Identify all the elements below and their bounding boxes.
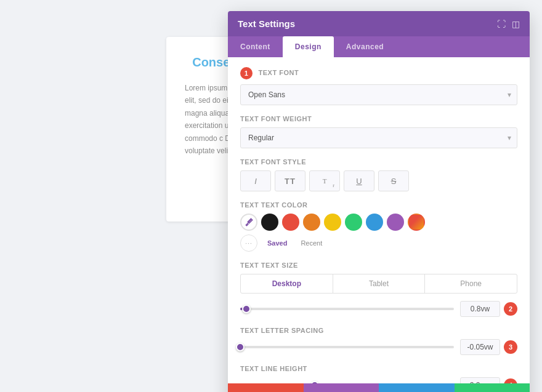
gradient-swatch[interactable]	[408, 214, 425, 231]
underline-btn[interactable]: U	[344, 170, 374, 191]
color-more-btn[interactable]: ···	[240, 234, 257, 252]
line-height-group: Text Line Height 4	[240, 365, 517, 383]
badge-1: 1	[240, 67, 253, 79]
text-font-weight-select[interactable]: Regular	[240, 127, 517, 148]
tt-btn[interactable]: TT	[275, 170, 305, 191]
badge-2: 2	[504, 302, 517, 316]
style-buttons-row: I TT Tr U S	[240, 170, 517, 191]
blue-swatch[interactable]	[366, 214, 383, 231]
size-tab-tablet[interactable]: Tablet	[333, 274, 426, 293]
orange-swatch[interactable]	[303, 214, 320, 231]
tab-content[interactable]: Content	[228, 36, 283, 57]
line-height-slider-row: 4	[240, 377, 517, 383]
expand-icon[interactable]: ⛶	[497, 19, 506, 29]
text-size-value-container: 2	[460, 301, 517, 317]
text-font-select-wrapper: Open Sans ▾	[240, 84, 517, 105]
text-font-group: 1 Text Font Open Sans ▾	[240, 67, 517, 105]
badge-4: 4	[504, 378, 517, 383]
color-swatch-row	[240, 214, 517, 231]
text-settings-modal: Text Settings ⛶ ◫ Content Design Advance…	[228, 11, 530, 392]
modal-header-icons: ⛶ ◫	[497, 19, 520, 29]
letter-spacing-value-input[interactable]	[460, 339, 500, 355]
size-tab-phone[interactable]: Phone	[425, 274, 517, 293]
text-font-style-label: Text Font Style	[240, 158, 517, 166]
tab-advanced[interactable]: Advanced	[334, 36, 396, 57]
text-font-select[interactable]: Open Sans	[240, 84, 517, 105]
black-swatch[interactable]	[261, 214, 278, 231]
serif-btn[interactable]: Tr	[309, 170, 340, 191]
text-font-label: 1 Text Font	[240, 67, 517, 79]
modal-title: Text Settings	[238, 18, 295, 29]
cancel-button[interactable]: ✕	[228, 383, 304, 392]
text-font-weight-label: Text Font Weight	[240, 115, 517, 122]
text-size-thumb[interactable]	[242, 305, 251, 313]
letter-spacing-thumb[interactable]	[236, 343, 245, 351]
letter-spacing-track	[240, 346, 454, 348]
line-height-label: Text Line Height	[240, 365, 517, 372]
text-size-label: Text Text Size	[240, 262, 517, 269]
text-font-weight-group: Text Font Weight Regular ▾	[240, 115, 517, 148]
saved-colors-btn[interactable]: Saved	[264, 238, 291, 248]
color-saved-row: ··· Saved Recent	[240, 234, 517, 252]
text-font-weight-select-wrapper: Regular ▾	[240, 127, 517, 148]
purple-swatch[interactable]	[387, 214, 404, 231]
modal-tabs: Content Design Advanced	[228, 36, 530, 57]
letter-spacing-value-container: 3	[460, 339, 517, 355]
letter-spacing-slider-row: 3	[240, 339, 517, 355]
undo-button[interactable]: ↺	[304, 383, 379, 392]
text-size-slider[interactable]	[240, 308, 454, 310]
line-height-value-input[interactable]	[460, 377, 500, 383]
line-height-value-container: 4	[460, 377, 517, 383]
text-font-style-group: Text Font Style I TT Tr U S	[240, 158, 517, 191]
save-button[interactable]: ✓	[455, 383, 530, 392]
text-size-value-input[interactable]	[460, 301, 500, 317]
green-swatch[interactable]	[345, 214, 362, 231]
modal-body: 1 Text Font Open Sans ▾ Text Font Weight…	[228, 57, 530, 383]
tab-design[interactable]: Design	[283, 36, 334, 57]
yellow-swatch[interactable]	[324, 214, 341, 231]
columns-icon[interactable]: ◫	[512, 19, 520, 29]
text-size-slider-row: 2	[240, 301, 517, 317]
size-tab-desktop[interactable]: Desktop	[241, 274, 333, 293]
line-height-thumb[interactable]	[310, 381, 319, 383]
redo-button[interactable]: ↻	[379, 383, 455, 392]
recent-colors-btn[interactable]: Recent	[297, 238, 326, 248]
letter-spacing-slider[interactable]	[240, 346, 454, 348]
letter-spacing-group: Text Letter Spacing 3	[240, 327, 517, 355]
badge-3: 3	[504, 340, 517, 354]
strikethrough-btn[interactable]: S	[378, 170, 409, 191]
text-color-label: Text Text Color	[240, 201, 517, 209]
italic-btn[interactable]: I	[240, 170, 271, 191]
text-size-group: Text Text Size Desktop Tablet Phone 2	[240, 262, 517, 317]
text-color-group: Text Text Color ··· Saved Recent	[240, 201, 517, 252]
letter-spacing-label: Text Letter Spacing	[240, 327, 517, 334]
modal-header: Text Settings ⛶ ◫	[228, 11, 530, 36]
modal-footer: ✕ ↺ ↻ ✓	[228, 383, 530, 392]
eyedropper-swatch[interactable]	[240, 214, 257, 231]
text-size-track	[240, 308, 454, 310]
red-swatch[interactable]	[282, 214, 299, 231]
size-tabs-row: Desktop Tablet Phone	[240, 274, 517, 294]
